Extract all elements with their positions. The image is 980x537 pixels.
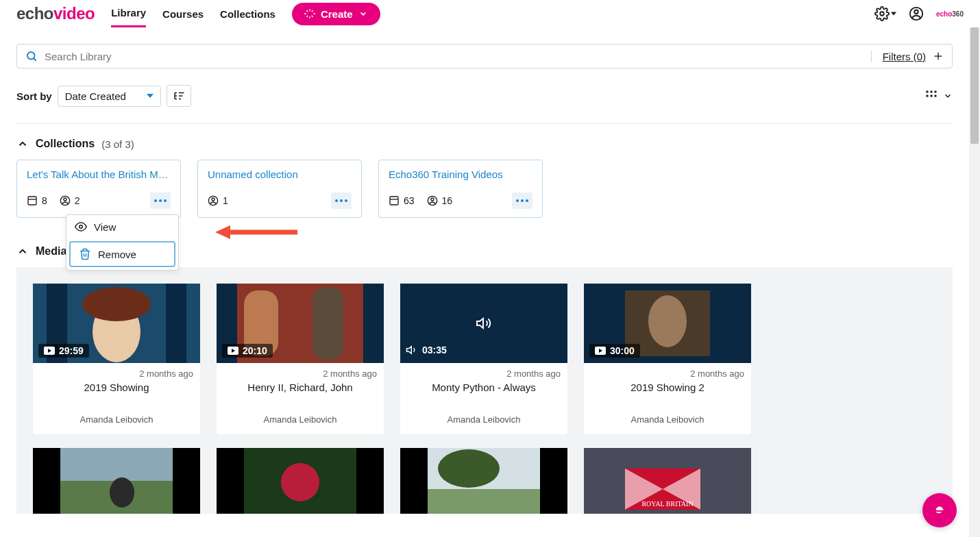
library-toolbar: Sort by Date Created (16, 85, 953, 121)
svg-point-48 (281, 463, 319, 501)
nav-tab-library[interactable]: Library (111, 0, 146, 27)
echo360-logo[interactable]: echo360 (936, 10, 964, 18)
media-row-2: ROYAL BRITAIN (33, 448, 936, 514)
collections-count: (3 of 3) (101, 138, 134, 150)
toolbar-divider (16, 123, 953, 124)
collection-more-button[interactable] (512, 192, 532, 209)
view-mode-toggle[interactable] (925, 90, 953, 102)
collection-title-link[interactable]: Unnamed collection (208, 168, 352, 180)
scrollbar-thumb[interactable] (970, 27, 979, 144)
header-right: echo360 (874, 6, 964, 21)
scrollbar[interactable] (969, 27, 980, 537)
main-content: Filters (0) Sort by Date Created Collect… (0, 27, 969, 530)
chevron-up-icon (16, 138, 29, 150)
svg-point-41 (648, 295, 687, 347)
duration-badge: 20:10 (222, 344, 273, 358)
sort-icon (173, 90, 185, 102)
collection-card: Unnamed collection 1 (197, 160, 362, 218)
svg-point-18 (64, 198, 66, 201)
brand-logo[interactable]: echovideo (16, 4, 95, 23)
brand-part1: echo (16, 4, 53, 23)
svg-rect-16 (28, 197, 36, 205)
svg-marker-38 (407, 347, 412, 354)
collection-more-button[interactable] (331, 192, 352, 209)
collection-title-link[interactable]: Echo360 Training Videos (389, 168, 532, 180)
eye-icon (75, 221, 87, 233)
media-date: 2 months ago (407, 369, 561, 379)
media-title: Henry II, Richard, John (223, 382, 377, 408)
media-thumbnail: 03:35 (400, 284, 567, 363)
media-thumbnail[interactable] (400, 448, 567, 514)
svg-point-0 (880, 12, 884, 16)
filters-button[interactable]: Filters (0) (871, 51, 944, 62)
media-card[interactable]: 29:59 2 months ago 2019 Showing Amanda L… (33, 284, 200, 434)
trash-icon (79, 248, 91, 260)
media-thumbnail: 29:59 (33, 284, 200, 363)
media-thumbnail[interactable] (217, 448, 384, 514)
svg-rect-10 (927, 91, 929, 93)
media-author: Amanda Leibovich (591, 414, 744, 425)
svg-point-2 (914, 10, 918, 14)
media-date: 2 months ago (223, 369, 377, 379)
media-author: Amanda Leibovich (407, 414, 561, 425)
sort-direction-button[interactable] (167, 85, 191, 107)
svg-rect-15 (935, 95, 937, 97)
media-title: 2019 Showing 2 (591, 382, 744, 408)
collection-meta: 63 16 (389, 192, 532, 209)
svg-rect-13 (927, 95, 929, 97)
settings-button[interactable] (874, 6, 896, 21)
play-icon (228, 347, 238, 355)
collection-media-count: 63 (389, 195, 415, 206)
svg-point-24 (79, 225, 83, 229)
nav-tabs: Library Courses Collections (111, 0, 275, 27)
speaker-small-icon (406, 344, 418, 356)
media-card[interactable]: 20:10 2 months ago Henry II, Richard, Jo… (217, 284, 384, 434)
caret-down-icon (147, 92, 154, 99)
chevron-down-icon (943, 91, 953, 101)
media-card[interactable]: 30:00 2 months ago 2019 Showing 2 Amanda… (584, 284, 751, 434)
media-card[interactable]: 03:35 2 months ago Monty Python - Always… (400, 284, 567, 434)
svg-point-20 (212, 198, 215, 201)
collections-row: Let's Talk About the British Mo... 8 2 U… (16, 160, 953, 218)
svg-point-3 (27, 52, 35, 60)
play-icon (595, 347, 606, 355)
svg-text:ROYAL BRITAIN: ROYAL BRITAIN (641, 500, 693, 508)
create-label: Create (321, 8, 353, 20)
nav-tab-collections[interactable]: Collections (220, 1, 275, 27)
svg-marker-26 (215, 225, 230, 239)
account-icon[interactable] (909, 6, 924, 21)
collection-actions-menu: View Remove (66, 214, 179, 271)
menu-item-remove[interactable]: Remove (69, 241, 175, 267)
collection-member-count: 16 (427, 195, 453, 206)
svg-rect-21 (390, 197, 398, 205)
collection-title-link[interactable]: Let's Talk About the British Mo... (27, 168, 171, 180)
svg-marker-37 (477, 319, 483, 328)
brand-part2: video (53, 4, 95, 23)
menu-item-view[interactable]: View (66, 215, 178, 238)
media-thumbnail[interactable] (33, 448, 200, 514)
help-fab[interactable] (922, 493, 957, 527)
duration-badge: 03:35 (406, 342, 452, 358)
media-author: Amanda Leibovich (223, 414, 377, 425)
media-thumbnail: 20:10 (217, 284, 384, 363)
collection-member-count: 2 (60, 195, 80, 206)
caret-down-icon (891, 11, 896, 16)
collections-section-header[interactable]: Collections (3 of 3) (16, 138, 953, 150)
plus-icon (933, 51, 944, 62)
annotation-arrow (215, 225, 297, 239)
media-thumbnail: 30:00 (584, 284, 751, 363)
sort-value: Date Created (65, 90, 126, 102)
nav-tab-courses[interactable]: Courses (162, 1, 204, 27)
search-input[interactable] (45, 51, 871, 62)
sort-select[interactable]: Date Created (58, 86, 161, 107)
user-icon (60, 195, 71, 206)
collection-more-button[interactable] (150, 192, 171, 209)
search-bar: Filters (0) (16, 44, 953, 68)
create-button[interactable]: Create (292, 3, 380, 25)
svg-rect-52 (428, 489, 540, 514)
duration-badge: 30:00 (589, 344, 640, 358)
svg-point-29 (82, 287, 151, 321)
media-icon (27, 195, 38, 206)
collection-media-count: 8 (27, 195, 47, 206)
media-thumbnail[interactable]: ROYAL BRITAIN (584, 448, 751, 514)
